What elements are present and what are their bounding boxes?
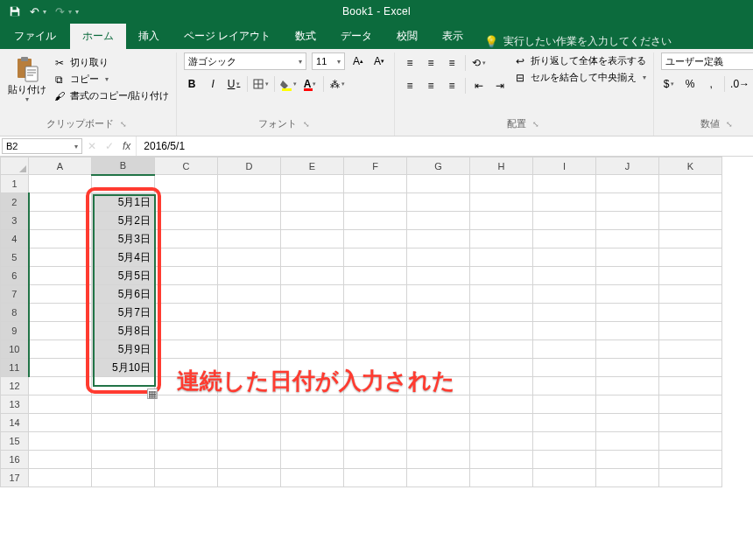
- cell-G14[interactable]: [407, 414, 470, 432]
- row-header-1[interactable]: 1: [1, 175, 29, 193]
- cell-F15[interactable]: [344, 432, 407, 451]
- row-header-4[interactable]: 4: [1, 230, 29, 248]
- cell-A6[interactable]: [29, 267, 92, 285]
- cell-I3[interactable]: [533, 212, 596, 230]
- cell-A5[interactable]: [29, 248, 92, 267]
- align-top-icon[interactable]: ≡: [402, 54, 418, 72]
- cell-K9[interactable]: [659, 322, 722, 340]
- cell-A15[interactable]: [29, 432, 92, 451]
- cell-K17[interactable]: [659, 469, 722, 487]
- row-header-17[interactable]: 17: [1, 469, 29, 487]
- undo-icon[interactable]: ↶: [30, 5, 39, 18]
- cell-D14[interactable]: [218, 414, 281, 432]
- cell-H4[interactable]: [470, 230, 533, 248]
- cell-I13[interactable]: [533, 396, 596, 414]
- cell-C6[interactable]: [155, 267, 218, 285]
- cell-E15[interactable]: [281, 432, 344, 451]
- tell-me-input[interactable]: 💡 実行したい作業を入力してください: [475, 34, 753, 49]
- cell-E17[interactable]: [281, 469, 344, 487]
- cell-F3[interactable]: [344, 212, 407, 230]
- cell-F9[interactable]: [344, 322, 407, 340]
- cell-I5[interactable]: [533, 248, 596, 267]
- formula-input[interactable]: 2016/5/1: [136, 136, 753, 156]
- cell-F13[interactable]: [344, 396, 407, 414]
- align-left-icon[interactable]: ≡: [402, 77, 418, 94]
- cell-H12[interactable]: [470, 377, 533, 396]
- cell-E4[interactable]: [281, 230, 344, 248]
- font-name-selector[interactable]: 游ゴシック▾: [184, 52, 306, 70]
- cell-H17[interactable]: [470, 469, 533, 487]
- cell-K12[interactable]: [659, 377, 722, 396]
- cell-H7[interactable]: [470, 285, 533, 304]
- cell-I8[interactable]: [533, 304, 596, 322]
- cell-D2[interactable]: [218, 193, 281, 212]
- col-header-F[interactable]: F: [344, 158, 407, 175]
- cell-J12[interactable]: [596, 377, 659, 396]
- cell-B8[interactable]: 5月7日: [92, 304, 155, 322]
- tab-formulas[interactable]: 数式: [283, 24, 328, 49]
- cell-I10[interactable]: [533, 340, 596, 359]
- font-dialog-launcher-icon[interactable]: ⤡: [300, 119, 313, 130]
- cell-G4[interactable]: [407, 230, 470, 248]
- underline-button[interactable]: U: [226, 75, 242, 93]
- row-header-15[interactable]: 15: [1, 432, 29, 451]
- cell-K3[interactable]: [659, 212, 722, 230]
- cell-A4[interactable]: [29, 230, 92, 248]
- merge-dropdown-icon[interactable]: ▾: [643, 74, 646, 81]
- tab-data[interactable]: データ: [328, 24, 384, 49]
- cell-F1[interactable]: [344, 175, 407, 193]
- cell-A17[interactable]: [29, 469, 92, 487]
- decrease-font-icon[interactable]: A▾: [371, 52, 387, 70]
- cell-G2[interactable]: [407, 193, 470, 212]
- phonetic-button[interactable]: ⁂: [329, 75, 345, 93]
- cell-D17[interactable]: [218, 469, 281, 487]
- cell-C7[interactable]: [155, 285, 218, 304]
- tab-home[interactable]: ホーム: [70, 24, 126, 49]
- row-header-14[interactable]: 14: [1, 414, 29, 432]
- cell-D16[interactable]: [218, 451, 281, 469]
- cell-J1[interactable]: [596, 175, 659, 193]
- cell-A16[interactable]: [29, 451, 92, 469]
- increase-font-icon[interactable]: A▴: [350, 52, 366, 70]
- cell-J16[interactable]: [596, 451, 659, 469]
- cell-E16[interactable]: [281, 451, 344, 469]
- cell-C13[interactable]: [155, 396, 218, 414]
- cell-B2[interactable]: 5月1日: [92, 193, 155, 212]
- align-middle-icon[interactable]: ≡: [423, 54, 439, 72]
- col-header-D[interactable]: D: [218, 158, 281, 175]
- cell-J14[interactable]: [596, 414, 659, 432]
- cell-F8[interactable]: [344, 304, 407, 322]
- cell-I1[interactable]: [533, 175, 596, 193]
- cell-G6[interactable]: [407, 267, 470, 285]
- cell-J15[interactable]: [596, 432, 659, 451]
- col-header-B[interactable]: B: [92, 158, 155, 175]
- cell-H10[interactable]: [470, 340, 533, 359]
- cell-J9[interactable]: [596, 322, 659, 340]
- font-color-button[interactable]: A: [302, 75, 318, 93]
- cell-K1[interactable]: [659, 175, 722, 193]
- cell-K8[interactable]: [659, 304, 722, 322]
- col-header-H[interactable]: H: [470, 158, 533, 175]
- cell-F14[interactable]: [344, 414, 407, 432]
- cell-E10[interactable]: [281, 340, 344, 359]
- cell-D6[interactable]: [218, 267, 281, 285]
- cell-J3[interactable]: [596, 212, 659, 230]
- decrease-indent-icon[interactable]: ⇤: [471, 77, 487, 94]
- row-header-7[interactable]: 7: [1, 285, 29, 304]
- cell-C15[interactable]: [155, 432, 218, 451]
- cell-J2[interactable]: [596, 193, 659, 212]
- cell-E8[interactable]: [281, 304, 344, 322]
- cell-D1[interactable]: [218, 175, 281, 193]
- cell-H5[interactable]: [470, 248, 533, 267]
- cell-K14[interactable]: [659, 414, 722, 432]
- cell-D8[interactable]: [218, 304, 281, 322]
- autofill-options-button[interactable]: ▦: [147, 388, 158, 399]
- increase-decimal-icon[interactable]: .0→: [730, 75, 749, 93]
- cell-C17[interactable]: [155, 469, 218, 487]
- cell-K11[interactable]: [659, 359, 722, 377]
- cell-D13[interactable]: [218, 396, 281, 414]
- cell-K13[interactable]: [659, 396, 722, 414]
- number-dialog-launcher-icon[interactable]: ⤡: [723, 119, 735, 130]
- cell-K4[interactable]: [659, 230, 722, 248]
- tab-view[interactable]: 表示: [430, 24, 475, 49]
